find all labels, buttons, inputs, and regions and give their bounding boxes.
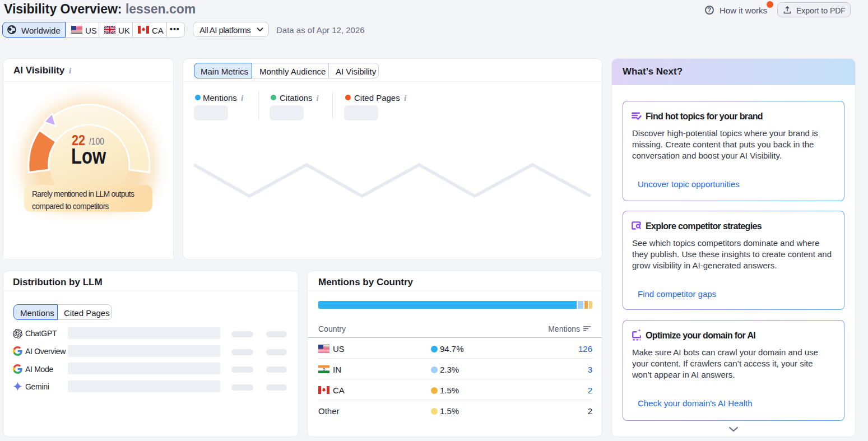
svg-text:Low: Low [71,145,106,168]
